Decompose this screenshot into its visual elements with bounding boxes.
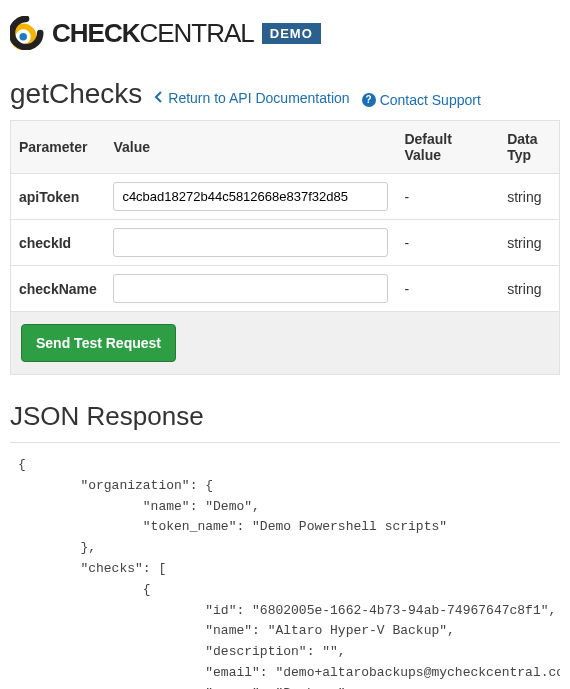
- param-name: checkId: [11, 220, 106, 266]
- param-name: apiToken: [11, 174, 106, 220]
- logo-icon: [10, 16, 44, 50]
- col-value: Value: [105, 121, 396, 174]
- page-title: getChecks: [10, 78, 142, 110]
- param-default: -: [396, 220, 499, 266]
- send-test-request-button[interactable]: Send Test Request: [21, 324, 176, 362]
- demo-badge: DEMO: [262, 23, 321, 44]
- json-response-block: { "organization": { "name": "Demo", "tok…: [10, 442, 560, 689]
- checkid-input[interactable]: [113, 228, 388, 257]
- table-row: checkId - string: [11, 220, 560, 266]
- table-row: checkName - string: [11, 266, 560, 312]
- contact-link[interactable]: ? Contact Support: [362, 92, 481, 108]
- apitoken-input[interactable]: [113, 182, 388, 211]
- col-parameter: Parameter: [11, 121, 106, 174]
- param-type: string: [499, 174, 559, 220]
- brand-header: CHECKCENTRAL DEMO: [10, 16, 560, 50]
- contact-link-label: Contact Support: [380, 92, 481, 108]
- checkname-input[interactable]: [113, 274, 388, 303]
- param-default: -: [396, 174, 499, 220]
- param-type: string: [499, 266, 559, 312]
- table-row: apiToken - string: [11, 174, 560, 220]
- back-link-label: Return to API Documentation: [168, 90, 349, 106]
- brand-name: CHECKCENTRAL: [52, 18, 254, 49]
- chevron-left-icon: [154, 90, 164, 106]
- parameters-table: Parameter Value Default Value Data Typ a…: [10, 120, 560, 312]
- back-link[interactable]: Return to API Documentation: [154, 90, 349, 106]
- col-type: Data Typ: [499, 121, 559, 174]
- param-name: checkName: [11, 266, 106, 312]
- param-default: -: [396, 266, 499, 312]
- help-icon: ?: [362, 93, 376, 107]
- col-default: Default Value: [396, 121, 499, 174]
- param-type: string: [499, 220, 559, 266]
- response-title: JSON Response: [10, 401, 560, 432]
- svg-point-1: [19, 33, 27, 41]
